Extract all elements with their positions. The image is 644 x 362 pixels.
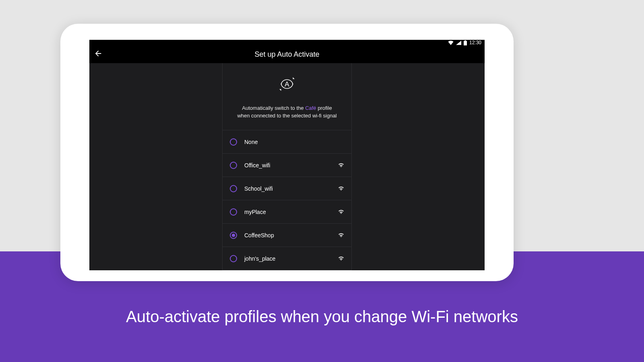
network-label: myPlace: [244, 209, 338, 215]
column-main: A Automatically switch to the Café profi…: [222, 63, 352, 270]
network-row[interactable]: Office_wifi: [223, 154, 351, 177]
app-bar: Set up Auto Activate: [89, 45, 485, 63]
network-label: None: [244, 139, 344, 145]
auto-activate-icon: A: [277, 74, 297, 95]
promo-caption: Auto-activate profiles when you change W…: [0, 308, 644, 326]
radio-button[interactable]: [230, 138, 237, 146]
network-label: CoffeeShop: [244, 232, 338, 239]
radio-button[interactable]: [230, 162, 237, 169]
network-row[interactable]: CoffeeShop: [223, 224, 351, 247]
intro-line1-post: profile: [316, 105, 332, 111]
svg-marker-2: [293, 77, 295, 79]
network-label: Office_wifi: [244, 162, 338, 169]
network-row[interactable]: myPlace: [223, 200, 351, 224]
page-title: Set up Auto Activate: [89, 50, 485, 59]
svg-rect-0: [464, 41, 467, 45]
tablet-frame: 12:30 Set up Auto Activate: [60, 24, 514, 281]
intro-line1-pre: Automatically switch to the: [242, 105, 305, 111]
arrow-left-icon: [94, 49, 103, 60]
wifi-status-icon: [448, 41, 454, 45]
radio-button[interactable]: [230, 208, 237, 216]
svg-text:A: A: [285, 80, 289, 88]
wifi-signal-icon: [338, 255, 344, 262]
column-left: [89, 63, 222, 270]
intro-text: Automatically switch to the Café profile…: [237, 104, 336, 119]
svg-marker-3: [279, 89, 281, 91]
column-right: [352, 63, 485, 270]
network-label: School_wifi: [244, 185, 338, 192]
back-button[interactable]: [89, 45, 107, 63]
wifi-signal-icon: [338, 208, 344, 216]
network-row[interactable]: john's_place: [223, 247, 351, 270]
cell-signal-icon: [456, 41, 461, 45]
radio-button[interactable]: [230, 255, 237, 262]
content: A Automatically switch to the Café profi…: [89, 63, 485, 270]
intro-line2: when connected to the selected wi-fi sig…: [237, 113, 336, 119]
screen: 12:30 Set up Auto Activate: [89, 40, 485, 270]
network-label: john's_place: [244, 255, 338, 262]
network-row[interactable]: None: [223, 130, 351, 154]
intro-block: A Automatically switch to the Café profi…: [223, 63, 351, 130]
radio-button[interactable]: [230, 185, 237, 192]
battery-icon: [464, 40, 467, 45]
network-list: NoneOffice_wifiSchool_wifimyPlaceCoffeeS…: [223, 130, 351, 270]
wifi-signal-icon: [338, 185, 344, 192]
network-row[interactable]: School_wifi: [223, 177, 351, 200]
intro-profile-name: Café: [305, 105, 316, 111]
wifi-signal-icon: [338, 162, 344, 169]
radio-button[interactable]: [230, 232, 237, 239]
svg-rect-1: [464, 40, 466, 41]
wifi-signal-icon: [338, 232, 344, 239]
clock: 12:30: [469, 40, 481, 45]
status-bar: 12:30: [89, 40, 485, 45]
